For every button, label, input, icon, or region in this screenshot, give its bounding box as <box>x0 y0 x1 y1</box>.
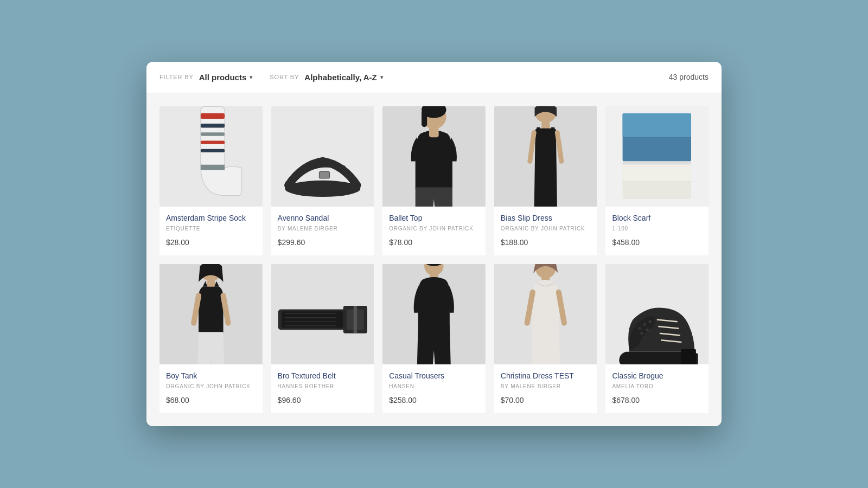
svg-point-64 <box>649 320 652 323</box>
sort-section: SORT BY Alphabetically, A-Z ▾ <box>270 70 382 84</box>
product-brand-bias-slip-dress: ORGANIC BY JOHN PATRICK <box>501 225 591 233</box>
product-card-bro-textured-belt[interactable]: Bro Textured Belt HANNES ROETHER $96.60 <box>271 264 374 413</box>
svg-rect-4 <box>201 133 225 136</box>
product-card-block-scarf[interactable]: Block Scarf 1-100 $458.00 <box>605 106 709 255</box>
toolbar: FILTER BY All products ▾ SORT BY Alphabe… <box>146 62 722 93</box>
product-card-christina-dress-test[interactable]: Christina Dress TEST BY MALENE BIRGER $7… <box>494 264 597 413</box>
products-grid: Amsterdam Stripe Sock ETIQUETTE $28.00 <box>146 93 722 426</box>
product-image-block-scarf <box>605 106 709 207</box>
svg-rect-5 <box>201 141 225 144</box>
sort-value: Alphabetically, A-Z <box>304 73 376 82</box>
svg-rect-27 <box>623 113 691 137</box>
product-brand-boy-tank: ORGANIC BY JOHN PATRICK <box>166 383 256 390</box>
filter-dropdown[interactable]: All products ▾ <box>199 70 253 84</box>
sort-dropdown[interactable]: Alphabetically, A-Z ▾ <box>304 70 382 84</box>
filter-value: All products <box>199 73 247 82</box>
product-image-christina-dress-test <box>494 264 597 364</box>
svg-rect-15 <box>429 127 439 138</box>
product-name-amsterdam-stripe-sock: Amsterdam Stripe Sock <box>166 213 256 223</box>
product-info-casual-trousers: Casual Trousers HANSEN $258.00 <box>382 364 486 413</box>
product-image-bro-textured-belt <box>271 264 374 364</box>
product-name-christina-dress-test: Christina Dress TEST <box>501 371 591 381</box>
product-info-classic-brogue: Classic Brogue AMELIA TORO $678.00 <box>605 364 709 413</box>
product-price-amsterdam-stripe-sock: $28.00 <box>166 238 256 247</box>
product-card-classic-brogue[interactable]: Classic Brogue AMELIA TORO $678.00 <box>605 264 709 413</box>
product-name-ballet-top: Ballet Top <box>389 213 479 223</box>
svg-rect-14 <box>422 110 427 127</box>
product-card-boy-tank[interactable]: Boy Tank ORGANIC BY JOHN PATRICK $68.00 <box>159 264 263 413</box>
filter-label: FILTER BY <box>159 74 194 80</box>
svg-point-9 <box>285 181 360 197</box>
product-brand-casual-trousers: HANSEN <box>389 383 479 390</box>
svg-rect-40 <box>282 311 343 328</box>
svg-rect-2 <box>201 113 225 119</box>
product-price-bro-textured-belt: $96.60 <box>278 396 368 404</box>
product-brand-bro-textured-belt: HANNES ROETHER <box>278 383 368 390</box>
product-info-block-scarf: Block Scarf 1-100 $458.00 <box>605 207 709 255</box>
product-image-casual-trousers <box>382 264 486 364</box>
product-price-boy-tank: $68.00 <box>166 396 256 404</box>
svg-point-66 <box>646 328 649 331</box>
product-card-ballet-top[interactable]: Ballet Top ORGANIC BY JOHN PATRICK $78.0… <box>382 106 486 255</box>
product-count: 43 products <box>669 73 709 81</box>
product-name-bro-textured-belt: Bro Textured Belt <box>278 371 368 381</box>
svg-rect-10 <box>319 172 329 179</box>
product-brand-ballet-top: ORGANIC BY JOHN PATRICK <box>389 225 479 233</box>
product-price-christina-dress-test: $70.00 <box>501 396 591 404</box>
product-info-bro-textured-belt: Bro Textured Belt HANNES ROETHER $96.60 <box>271 364 374 413</box>
product-brand-classic-brogue: AMELIA TORO <box>612 383 702 390</box>
product-info-boy-tank: Boy Tank ORGANIC BY JOHN PATRICK $68.00 <box>159 364 263 413</box>
product-price-block-scarf: $458.00 <box>612 238 702 247</box>
product-image-boy-tank <box>159 264 263 364</box>
svg-rect-71 <box>681 349 696 364</box>
product-info-avenno-sandal: Avenno Sandal BY MALENE BIRGER $299.60 <box>271 207 374 255</box>
product-image-avenno-sandal <box>271 106 374 207</box>
svg-point-63 <box>643 323 646 325</box>
filter-chevron-icon: ▾ <box>250 74 252 80</box>
product-image-amsterdam-stripe-sock <box>159 106 263 207</box>
svg-point-62 <box>639 327 641 330</box>
product-brand-block-scarf: 1-100 <box>612 225 702 233</box>
svg-rect-7 <box>201 165 225 170</box>
product-price-ballet-top: $78.00 <box>389 238 479 247</box>
product-name-casual-trousers: Casual Trousers <box>389 371 479 381</box>
svg-rect-43 <box>353 306 356 333</box>
product-info-ballet-top: Ballet Top ORGANIC BY JOHN PATRICK $78.0… <box>382 207 486 255</box>
svg-rect-30 <box>623 165 691 182</box>
product-info-christina-dress-test: Christina Dress TEST BY MALENE BIRGER $7… <box>494 364 597 413</box>
product-price-avenno-sandal: $299.60 <box>278 238 368 247</box>
sort-chevron-icon: ▾ <box>380 74 383 80</box>
svg-rect-3 <box>201 124 225 128</box>
product-name-avenno-sandal: Avenno Sandal <box>278 213 368 223</box>
product-info-bias-slip-dress: Bias Slip Dress ORGANIC BY JOHN PATRICK … <box>494 207 597 255</box>
filter-section: FILTER BY All products ▾ <box>159 70 252 84</box>
main-window: FILTER BY All products ▾ SORT BY Alphabe… <box>146 62 722 426</box>
product-image-ballet-top <box>382 106 486 207</box>
product-brand-amsterdam-stripe-sock: ETIQUETTE <box>166 225 256 233</box>
product-price-classic-brogue: $678.00 <box>612 396 702 404</box>
product-card-casual-trousers[interactable]: Casual Trousers HANSEN $258.00 <box>382 264 486 413</box>
product-name-boy-tank: Boy Tank <box>166 371 256 381</box>
product-brand-christina-dress-test: BY MALENE BIRGER <box>501 383 591 390</box>
product-card-bias-slip-dress[interactable]: Bias Slip Dress ORGANIC BY JOHN PATRICK … <box>494 106 597 255</box>
product-image-classic-brogue <box>605 264 709 364</box>
sort-label: SORT BY <box>270 74 299 80</box>
product-name-bias-slip-dress: Bias Slip Dress <box>501 213 591 223</box>
svg-rect-6 <box>201 149 225 152</box>
product-price-bias-slip-dress: $188.00 <box>501 238 591 247</box>
product-name-block-scarf: Block Scarf <box>612 213 702 223</box>
product-brand-avenno-sandal: BY MALENE BIRGER <box>278 225 368 233</box>
product-card-avenno-sandal[interactable]: Avenno Sandal BY MALENE BIRGER $299.60 <box>271 106 374 255</box>
svg-point-65 <box>641 332 643 335</box>
product-image-bias-slip-dress <box>494 106 597 207</box>
product-info-amsterdam-stripe-sock: Amsterdam Stripe Sock ETIQUETTE $28.00 <box>159 207 263 255</box>
product-name-classic-brogue: Classic Brogue <box>612 371 702 381</box>
svg-rect-28 <box>623 162 691 165</box>
product-card-amsterdam-stripe-sock[interactable]: Amsterdam Stripe Sock ETIQUETTE $28.00 <box>159 106 263 255</box>
product-price-casual-trousers: $258.00 <box>389 396 479 404</box>
